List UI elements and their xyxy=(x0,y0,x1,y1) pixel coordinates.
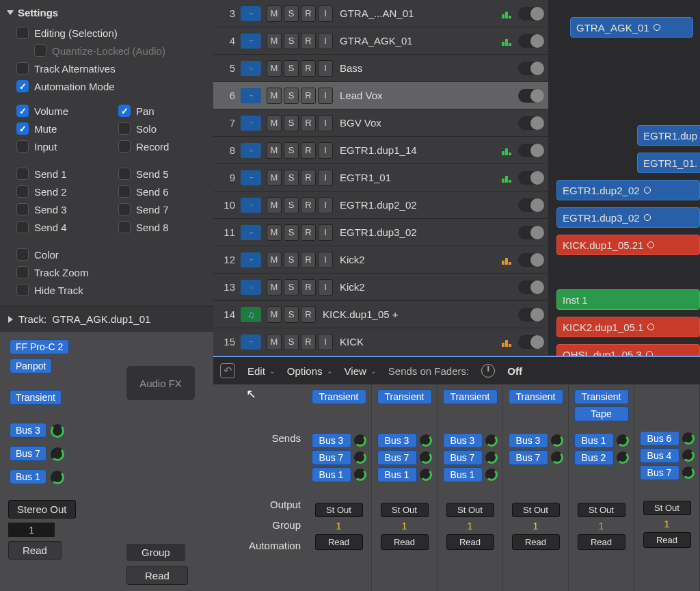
checkbox-row[interactable]: Send 1 xyxy=(7,165,105,183)
enable-toggle[interactable] xyxy=(518,280,544,294)
options-menu[interactable]: Options⌄ xyxy=(287,365,332,377)
audio-icon[interactable]: ⎓ xyxy=(241,88,261,103)
automation-mode[interactable]: Read xyxy=(315,534,363,550)
automation-mode[interactable]: Read xyxy=(446,534,494,550)
mixer-channel[interactable]: Bus 6Bus 4Bus 7 St Out 1 Read xyxy=(634,384,700,591)
output-slot[interactable]: St Out xyxy=(446,503,494,517)
track-row[interactable]: 9 ⎓ M S R I EGTR1_01 xyxy=(213,164,548,192)
send-knob-icon[interactable] xyxy=(420,451,432,464)
mute-button[interactable]: M xyxy=(267,115,282,131)
checkbox-row[interactable]: Solo xyxy=(109,120,206,137)
record-button[interactable]: R xyxy=(301,279,316,296)
send-knob-icon[interactable] xyxy=(51,447,64,461)
solo-button[interactable]: S xyxy=(284,252,299,268)
checkbox-row[interactable]: Send 2 xyxy=(7,183,105,200)
checkbox-icon[interactable] xyxy=(118,221,131,233)
send-slot[interactable]: Bus 7 xyxy=(377,450,417,465)
enable-toggle[interactable] xyxy=(518,34,544,48)
solo-button[interactable]: S xyxy=(284,5,299,22)
group-value[interactable]: 1 xyxy=(309,520,368,531)
checkbox-row[interactable]: Send 3 xyxy=(7,200,105,218)
checkbox-row[interactable]: Track Alternatives xyxy=(7,60,206,77)
input-button[interactable]: I xyxy=(318,197,333,213)
checkbox-icon[interactable] xyxy=(118,105,131,117)
power-icon[interactable] xyxy=(481,364,495,378)
checkbox-icon[interactable] xyxy=(16,284,29,296)
send-slot[interactable]: Bus 7 xyxy=(10,446,46,461)
mute-button[interactable]: M xyxy=(267,197,282,213)
checkbox-row[interactable]: Color xyxy=(7,246,206,263)
record-button[interactable]: R xyxy=(301,115,316,131)
insert-slot[interactable]: Transient xyxy=(312,389,366,404)
record-button[interactable]: R xyxy=(301,334,316,350)
mute-button[interactable]: M xyxy=(267,142,282,159)
automation-mode[interactable]: Read xyxy=(126,566,188,585)
mute-button[interactable]: M xyxy=(267,252,282,268)
checkbox-icon[interactable] xyxy=(118,140,131,153)
input-button[interactable]: I xyxy=(318,279,333,296)
track-header[interactable]: Track: GTRA_AGK.dup1_01 xyxy=(0,306,213,332)
track-row[interactable]: 12 ⎓ M S R I Kick2 xyxy=(213,246,548,274)
send-slot[interactable]: Bus 6 xyxy=(640,431,679,446)
enable-toggle[interactable] xyxy=(518,198,544,212)
checkbox-row[interactable]: Hide Track xyxy=(7,281,206,299)
mute-button[interactable]: M xyxy=(267,170,282,186)
checkbox-icon[interactable] xyxy=(34,44,46,57)
back-icon[interactable]: ↶ xyxy=(220,363,235,378)
input-button[interactable]: I xyxy=(318,33,333,49)
enable-toggle[interactable] xyxy=(518,7,544,21)
automation-mode[interactable]: Read xyxy=(8,541,62,560)
enable-toggle[interactable] xyxy=(518,62,544,75)
automation-mode[interactable]: Read xyxy=(643,532,691,548)
send-knob-icon[interactable] xyxy=(551,434,563,447)
input-button[interactable]: I xyxy=(318,60,333,77)
record-button[interactable]: R xyxy=(301,60,316,77)
enable-toggle[interactable] xyxy=(518,116,544,130)
checkbox-icon[interactable] xyxy=(16,62,29,75)
send-slot[interactable]: Bus 1 xyxy=(574,433,614,448)
audio-icon[interactable]: ⎓ xyxy=(241,143,261,158)
record-button[interactable]: R xyxy=(301,5,316,22)
checkbox-row[interactable]: Mute xyxy=(7,120,105,137)
solo-button[interactable]: S xyxy=(284,279,299,296)
mute-button[interactable]: M xyxy=(267,224,282,241)
mixer-channel[interactable]: Transient Bus 3Bus 7Bus 1 St Out 1 Read xyxy=(438,384,503,591)
solo-button[interactable]: S xyxy=(284,115,299,131)
track-row[interactable]: 10 ⎓ M S R I EGTR1.dup2_02 xyxy=(213,192,548,219)
checkbox-row[interactable]: Track Zoom xyxy=(7,263,206,281)
checkbox-icon[interactable] xyxy=(118,185,131,198)
track-row[interactable]: 13 ⎓ M S R I Kick2 xyxy=(213,274,548,301)
track-row[interactable]: 4 ⎓ M S R I GTRA_AGK_01 xyxy=(213,27,548,55)
instrument-icon[interactable]: ♫ xyxy=(241,307,261,322)
input-button[interactable]: I xyxy=(318,115,333,131)
output-slot[interactable]: St Out xyxy=(643,501,691,515)
checkbox-row[interactable]: Editing (Selection) xyxy=(7,24,206,42)
audio-icon[interactable]: ⎓ xyxy=(241,198,261,213)
input-button[interactable]: I xyxy=(318,5,333,22)
checkbox-icon[interactable] xyxy=(16,122,29,135)
input-button[interactable]: I xyxy=(318,170,333,186)
solo-button[interactable]: S xyxy=(284,197,299,213)
checkbox-icon[interactable] xyxy=(16,27,29,39)
transient-button[interactable]: Transient xyxy=(10,390,62,405)
region[interactable]: Inst 1 xyxy=(556,289,700,310)
send-knob-icon[interactable] xyxy=(682,432,695,445)
send-slot[interactable]: Bus 3 xyxy=(312,433,351,448)
automation-mode[interactable]: Read xyxy=(381,534,429,550)
send-knob-icon[interactable] xyxy=(51,424,64,438)
audio-icon[interactable]: ⎓ xyxy=(241,34,261,49)
insert-slot[interactable]: Transient xyxy=(574,389,629,404)
track-row[interactable]: 3 ⎓ M S R I GTRA_...AN_01 xyxy=(213,0,548,27)
checkbox-icon[interactable] xyxy=(16,80,29,92)
record-button[interactable]: R xyxy=(301,306,316,323)
output-slot[interactable]: St Out xyxy=(512,503,560,517)
audio-fx-slot[interactable]: Audio FX xyxy=(126,366,195,400)
send-knob-icon[interactable] xyxy=(485,434,498,447)
enable-toggle[interactable] xyxy=(518,308,544,321)
arrange-area[interactable]: GTRA_AGK_01EGTR1.dupEGTR1_01.EGTR1.dup2_… xyxy=(548,0,700,356)
send-knob-icon[interactable] xyxy=(354,451,366,464)
mute-button[interactable]: M xyxy=(267,60,282,77)
audio-icon[interactable]: ⎓ xyxy=(241,252,261,267)
send-slot[interactable]: Bus 1 xyxy=(312,467,351,482)
solo-button[interactable]: S xyxy=(284,306,299,323)
